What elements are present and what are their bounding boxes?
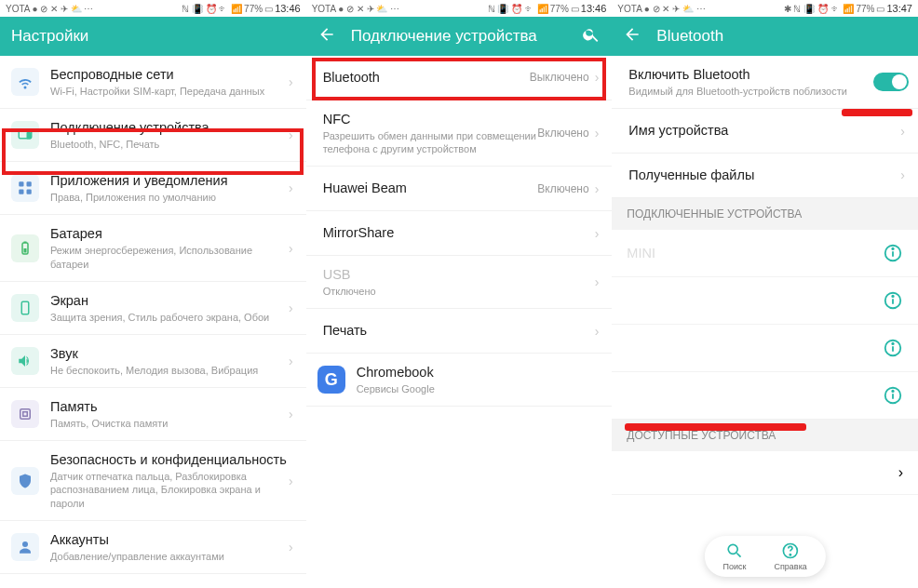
chevron-right-icon: ›	[595, 181, 600, 196]
item-battery[interactable]: БатареяРежим энергосбережения, Использов…	[0, 215, 306, 281]
chevron-right-icon: ›	[289, 354, 293, 368]
bluetooth-toggle[interactable]	[873, 73, 909, 91]
chevron-right-icon: ›	[289, 241, 293, 256]
status-bar: YOTA ● ⊘ ✕ ✈ ⛅ ⋯ ℕ 📳 ⏰ ᯤ 📶 77% ▭ 13:46	[306, 0, 613, 17]
item-wifi[interactable]: Беспроводные сетиWi-Fi, Настройки SIM-ка…	[0, 56, 306, 109]
wifi-icon	[11, 68, 39, 96]
svg-rect-4	[19, 190, 23, 194]
item-usb: USBОтключено ›	[306, 256, 613, 309]
chevron-right-icon: ›	[289, 540, 293, 555]
svg-rect-1	[27, 132, 32, 140]
battery-icon	[11, 234, 39, 262]
back-button[interactable]	[317, 25, 336, 47]
item-huawei-beam[interactable]: Huawei Beam Включено ›	[306, 167, 613, 211]
chevron-right-icon: ›	[595, 274, 600, 289]
svg-point-15	[892, 248, 893, 249]
apps-icon	[11, 174, 39, 202]
google-icon: G	[317, 366, 345, 394]
user-icon	[11, 533, 39, 561]
header: Настройки	[0, 17, 306, 56]
chevron-right-icon: ›	[289, 180, 293, 195]
memory-icon	[11, 400, 39, 428]
item-print[interactable]: Печать ›	[306, 309, 613, 354]
highlight-mark	[842, 109, 912, 116]
search-button[interactable]: Поиск	[723, 541, 747, 571]
svg-rect-9	[21, 301, 29, 314]
status-bar: YOTA ● ⊘ ✕ ✈ ⛅ ⋯ ✱ ℕ 📳 ⏰ ᯤ 📶 77% ▭ 13:47	[612, 0, 918, 17]
item-nfc[interactable]: NFCРазрешить обмен данными при совмещени…	[306, 100, 613, 167]
device-connection-screen: YOTA ● ⊘ ✕ ✈ ⛅ ⋯ ℕ 📳 ⏰ ᯤ 📶 77% ▭ 13:46 П…	[306, 0, 613, 588]
available-device[interactable]: ›	[612, 451, 918, 495]
item-received-files[interactable]: Полученные файлы ›	[612, 154, 918, 198]
header: Bluetooth	[612, 17, 918, 56]
highlight-mark	[625, 423, 806, 431]
page-title: Подключение устройства	[351, 27, 568, 46]
settings-list: Беспроводные сетиWi-Fi, Настройки SIM-ка…	[0, 56, 306, 588]
info-icon[interactable]	[883, 338, 903, 358]
chevron-right-icon: ›	[289, 301, 293, 315]
item-sound[interactable]: ЗвукНе беспокоить, Мелодия вызова, Вибра…	[0, 335, 306, 388]
item-security[interactable]: Безопасность и конфиденциальностьДатчик …	[0, 441, 306, 521]
item-display[interactable]: ЭкранЗащита зрения, Стиль рабочего экран…	[0, 282, 306, 335]
item-enable-bluetooth[interactable]: Включить BluetoothВидимый для Bluetooth-…	[612, 56, 918, 109]
chevron-right-icon: ›	[898, 464, 903, 481]
item-mirrorshare[interactable]: MirrorShare ›	[306, 211, 613, 256]
chevron-right-icon: ›	[595, 70, 600, 85]
chevron-right-icon: ›	[289, 407, 293, 421]
bluetooth-screen: YOTA ● ⊘ ✕ ✈ ⛅ ⋯ ✱ ℕ 📳 ⏰ ᯤ 📶 77% ▭ 13:47…	[612, 0, 918, 588]
chevron-right-icon: ›	[595, 324, 600, 339]
paired-device[interactable]	[612, 325, 918, 372]
svg-point-25	[728, 544, 737, 554]
shield-icon	[11, 467, 39, 495]
svg-rect-5	[27, 190, 32, 194]
item-memory[interactable]: ПамятьПамять, Очистка памяти ›	[0, 388, 306, 441]
chevron-right-icon: ›	[289, 474, 293, 488]
display-icon	[11, 294, 39, 322]
svg-point-24	[892, 391, 893, 392]
svg-rect-7	[24, 241, 27, 243]
chevron-right-icon: ›	[595, 126, 600, 140]
svg-point-21	[892, 343, 893, 344]
item-accounts[interactable]: АккаунтыДобавление/управление аккаунтами…	[0, 521, 306, 574]
item-bluetooth[interactable]: Bluetooth Выключено ›	[306, 56, 613, 100]
svg-rect-10	[20, 409, 31, 420]
svg-point-12	[22, 541, 28, 547]
paired-device[interactable]	[612, 372, 918, 420]
bottom-bar: Поиск Справка	[705, 536, 826, 577]
chevron-right-icon: ›	[900, 167, 905, 182]
chevron-right-icon: ›	[289, 74, 293, 89]
svg-rect-2	[19, 182, 23, 187]
svg-point-28	[790, 555, 790, 555]
svg-rect-3	[27, 182, 32, 187]
svg-rect-11	[23, 412, 28, 417]
status-bar: YOTA ● ⊘ ✕ ✈ ⛅ ⋯ ℕ 📳 ⏰ ᯤ 📶 77% ▭ 13:46	[0, 0, 306, 17]
page-title: Bluetooth	[656, 27, 907, 46]
paired-device[interactable]	[612, 277, 918, 325]
info-icon[interactable]	[883, 385, 903, 406]
page-title: Настройки	[11, 27, 295, 46]
bluetooth-list: Включить BluetoothВидимый для Bluetooth-…	[612, 56, 918, 588]
section-paired: ПОДКЛЮЧЕННЫЕ УСТРОЙСТВА	[612, 198, 918, 230]
item-chromebook[interactable]: G ChromebookСервисы Google	[306, 354, 613, 407]
search-button[interactable]	[582, 25, 601, 47]
svg-line-26	[736, 554, 740, 557]
chevron-right-icon: ›	[900, 124, 905, 139]
chevron-right-icon: ›	[595, 226, 600, 241]
item-device-connection[interactable]: Подключение устройстваBluetooth, NFC, Пе…	[0, 109, 306, 162]
device-icon	[11, 121, 39, 149]
svg-rect-8	[24, 248, 27, 253]
back-button[interactable]	[623, 25, 641, 47]
svg-point-18	[892, 296, 893, 297]
sound-icon	[11, 347, 39, 375]
item-apps[interactable]: Приложения и уведомленияПрава, Приложени…	[0, 162, 306, 215]
settings-screen: YOTA ● ⊘ ✕ ✈ ⛅ ⋯ ℕ 📳 ⏰ ᯤ 📶 77% ▭ 13:46 Н…	[0, 0, 306, 588]
info-icon[interactable]	[883, 243, 903, 263]
chevron-right-icon: ›	[289, 127, 293, 142]
help-button[interactable]: Справка	[774, 541, 806, 571]
paired-device[interactable]: MINI	[612, 230, 918, 277]
info-icon[interactable]	[883, 290, 903, 311]
connection-list: Bluetooth Выключено › NFCРазрешить обмен…	[306, 56, 613, 588]
header: Подключение устройства	[306, 17, 613, 56]
